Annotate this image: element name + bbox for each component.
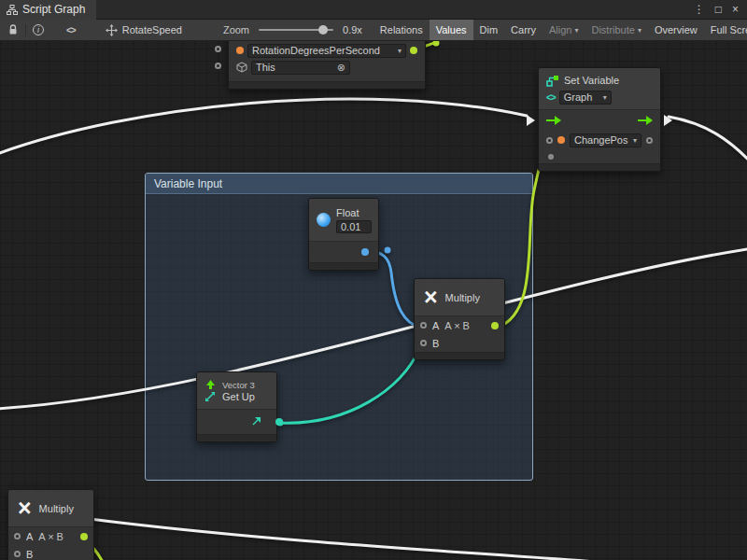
node-footer <box>415 352 504 359</box>
node-title: Set Variable <box>564 75 619 86</box>
float-type-icon <box>317 213 331 227</box>
graph-name-label: RotateSpeed <box>122 24 182 35</box>
node-title: Multiply <box>445 292 480 303</box>
flow-output-port[interactable] <box>664 115 672 126</box>
group-title: Variable Input <box>154 177 222 190</box>
button-carry[interactable]: Carry <box>504 20 543 41</box>
chevron-down-icon: ▾ <box>574 20 578 41</box>
multiply-icon: × <box>424 286 438 309</box>
tab-script-graph[interactable]: Script Graph <box>0 0 96 20</box>
port-input[interactable] <box>215 63 221 69</box>
node-set-variable[interactable]: Set Variable <> Graph ▾ <box>538 67 661 172</box>
button-overview[interactable]: Overview <box>648 20 704 41</box>
normalize-arrows-icon <box>204 391 216 402</box>
port-label: B <box>26 549 33 560</box>
node-header[interactable]: Set Variable <> Graph ▾ <box>539 68 660 110</box>
graph-canvas[interactable]: Variable Input RotationDegreesPerSecond … <box>0 0 747 560</box>
port-input[interactable] <box>546 137 553 144</box>
flow-input-port[interactable] <box>527 115 535 126</box>
port-label: A × B <box>38 531 63 542</box>
group-header[interactable]: Variable Input <box>146 174 532 194</box>
port-output[interactable] <box>361 248 369 256</box>
gameobject-cube-icon <box>236 62 247 73</box>
window-title: Script Graph <box>22 3 85 16</box>
node-get-up[interactable]: Vector 3 Get Up <box>196 371 277 442</box>
node-title: Get Up <box>222 391 255 402</box>
variable-name-dropdown[interactable]: RotationDegreesPerSecond ▾ <box>247 44 406 58</box>
variable-value: ChangePos <box>574 134 628 146</box>
script-machine-icon <box>106 24 118 36</box>
port-label: A × B <box>444 320 470 331</box>
port-input-b[interactable] <box>420 340 427 346</box>
node-header[interactable]: Vector 3 Get Up <box>197 372 276 410</box>
flow-out-arrow-icon <box>638 116 653 125</box>
port-input-b[interactable] <box>14 551 21 557</box>
node-header[interactable]: × Multiply <box>8 490 93 527</box>
graph-toolbar: i <> RotateSpeed Zoom 0.9x Relations Val… <box>0 20 747 41</box>
port-output[interactable] <box>491 322 499 329</box>
zoom-value: 0.9x <box>343 24 362 35</box>
divider <box>25 24 26 36</box>
node-footer <box>197 434 276 441</box>
vector-up-icon <box>205 379 216 390</box>
window-titlebar[interactable]: Script Graph ⋮ □ × <box>0 0 747 20</box>
button-dim[interactable]: Dim <box>473 20 505 41</box>
wire-value-cross-bottom[interactable] <box>90 519 644 560</box>
zoom-slider-handle[interactable] <box>318 25 328 35</box>
button-full-screen[interactable]: Full Screen <box>704 20 747 41</box>
chevron-down-icon: ▾ <box>603 93 607 102</box>
scope-value: Graph <box>564 91 593 103</box>
script-graph-icon <box>7 5 18 15</box>
target-field[interactable]: This ⊗ <box>251 61 350 75</box>
wire-flow-out[interactable] <box>669 117 747 164</box>
edit-graph-icon[interactable]: <> <box>66 25 76 35</box>
flow-in-arrow-icon <box>546 116 561 125</box>
chevron-down-icon: ▾ <box>638 20 641 41</box>
multiply-icon: × <box>18 497 32 520</box>
node-multiply-bottom[interactable]: × Multiply A A × B B <box>7 489 94 560</box>
port-value-input[interactable] <box>548 154 554 160</box>
port-output[interactable] <box>80 533 88 540</box>
node-header[interactable]: Float 0.01 <box>309 199 378 242</box>
port-input-a[interactable] <box>420 322 427 329</box>
button-align[interactable]: Align ▾ <box>543 20 585 41</box>
variable-type-icon <box>236 47 244 54</box>
scope-dropdown[interactable]: Graph ▾ <box>559 91 612 105</box>
graph-scope-icon: <> <box>546 92 556 103</box>
close-icon[interactable]: × <box>732 3 739 16</box>
target-value: This <box>256 62 275 73</box>
node-title: Float <box>336 207 372 218</box>
wire-flow-in[interactable] <box>0 99 527 155</box>
port-output[interactable] <box>410 47 417 54</box>
maximize-icon[interactable]: □ <box>715 3 722 16</box>
variable-type-icon <box>557 136 565 144</box>
kebab-menu-icon[interactable]: ⋮ <box>694 3 705 16</box>
node-footer <box>229 81 425 89</box>
vector-output-icon <box>251 416 261 427</box>
lock-icon[interactable] <box>7 24 19 35</box>
set-variable-icon <box>546 75 559 87</box>
node-float[interactable]: Float 0.01 <box>308 198 379 271</box>
port-input-a[interactable] <box>14 533 21 539</box>
button-values[interactable]: Values <box>430 20 473 41</box>
node-header[interactable]: × Multiply <box>415 279 504 316</box>
node-footer <box>539 163 660 171</box>
node-footer <box>309 262 378 270</box>
port-output[interactable] <box>275 418 283 426</box>
chevron-down-icon: ▾ <box>633 136 637 145</box>
variable-dropdown[interactable]: ChangePos ▾ <box>570 133 641 147</box>
button-distribute[interactable]: Distribute ▾ <box>585 20 647 41</box>
zoom-slider[interactable] <box>259 29 333 31</box>
port-output[interactable] <box>646 137 653 144</box>
float-value: 0.01 <box>341 221 360 232</box>
port-input[interactable] <box>215 46 221 52</box>
node-type-label: Vector 3 <box>222 380 255 390</box>
chevron-down-icon: ▾ <box>398 47 402 55</box>
port-label: A <box>26 531 33 542</box>
port-label: A <box>432 320 439 331</box>
object-picker-icon[interactable]: ⊗ <box>337 62 345 74</box>
info-icon[interactable]: i <box>33 24 44 35</box>
float-value-field[interactable]: 0.01 <box>336 220 372 233</box>
button-relations[interactable]: Relations <box>374 20 430 41</box>
node-multiply[interactable]: × Multiply A A × B B <box>414 278 505 360</box>
